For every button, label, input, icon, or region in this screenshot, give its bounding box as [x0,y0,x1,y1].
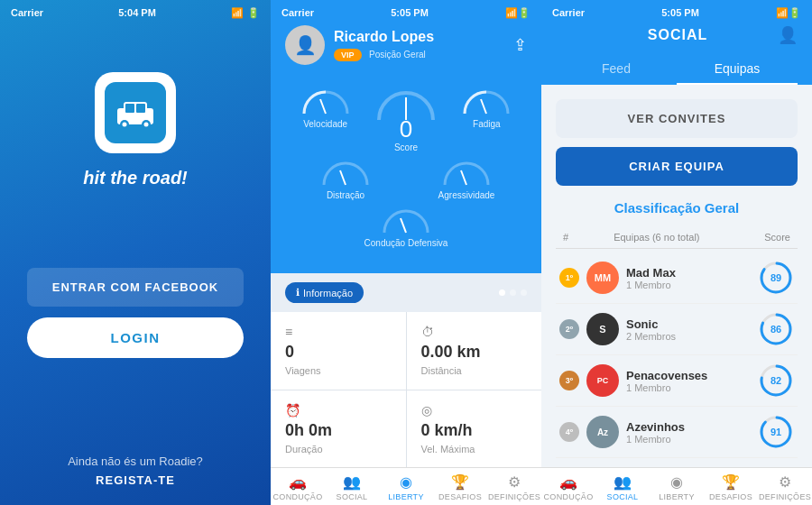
bottom-nav-social: 🚗 CONDUÇÃO 👥 SOCIAL ◉ LIBERTY 🏆 DESAFIOS… [541,467,812,505]
nav-definicoes-social[interactable]: ⚙ DEFINIÇÕES [758,473,812,501]
team-members-3: 1 Membro [626,382,751,393]
criar-equipa-button[interactable]: CRIAR EQUIPA [556,147,798,186]
status-bar-social: Carrier 5:05 PM 📶🔋 [541,7,812,19]
definicoes-nav-label: DEFINIÇÕES [488,492,540,501]
conducao-soc-label: CONDUÇÃO [544,492,594,501]
distracao-dial [320,160,371,188]
distracao-label: Distração [327,190,364,200]
agressividade-label: Agressividade [438,190,495,200]
info-button[interactable]: ℹ Informação [285,282,364,303]
dot-1 [499,289,505,296]
score-panel: 👤 Ricardo Lopes VIP Posição Geral ⇪ [271,0,541,505]
svg-rect-6 [125,104,134,113]
nav-social-active[interactable]: 👥 SOCIAL [595,473,650,501]
mid-gauges-row: Distração Agressividade [285,160,527,200]
table-row: 1º MM Mad Max 1 Membro 89 [556,252,798,304]
fadiga-dial [461,88,512,117]
user-badge: VIP [334,49,362,61]
table-header: # Equipas (6 no total) Score [556,226,798,249]
desafios-soc-label: DESAFIOS [709,492,752,501]
nav-conducao-social[interactable]: 🚗 CONDUÇÃO [541,473,595,501]
social-tabs: Feed Equipas [556,54,798,85]
login-button[interactable]: LOGIN [27,317,244,358]
register-link[interactable]: REGISTA-TE [68,473,203,487]
user-info: 👤 Ricardo Lopes VIP Posição Geral [285,25,434,65]
duracao-icon: ⏰ [285,403,300,418]
social-soc-label: SOCIAL [607,492,639,501]
stat-viagens: ≡ 0 Viagens [271,312,406,390]
desafios-nav-icon: 🏆 [451,473,469,491]
team-avatar-3: PC [586,364,619,397]
definicoes-soc-label: DEFINIÇÕES [759,492,811,501]
stat-duracao: ⏰ 0h 0m Duração [271,390,406,468]
share-icon[interactable]: ⇪ [513,35,527,55]
facebook-login-button[interactable]: ENTRAR COM FACEBOOK [27,268,244,307]
team-members-1: 1 Membro [626,280,751,290]
ver-convites-button[interactable]: VER CONVITES [556,99,798,138]
nav-desafios-social[interactable]: 🏆 DESAFIOS [704,473,758,501]
nav-liberty-social[interactable]: ◉ LIBERTY [650,473,704,501]
page-dots [499,289,527,296]
th-equipas: Equipas (6 no total) [568,232,764,243]
register-area: Ainda não és um Roadie? REGISTA-TE [68,454,203,487]
score-dial [374,88,438,124]
th-score: Score [764,232,790,243]
social-panel: SOCIAL 👤 Feed Equipas VER CONVITES CRIAR… [541,0,812,505]
viagens-icon: ≡ [285,325,292,339]
svg-line-12 [461,170,466,185]
score-value-3: 82 [770,375,781,386]
info-row: ℹ Informação [271,273,541,312]
liberty-soc-label: LIBERTY [659,492,694,501]
viagens-value: 0 [285,343,392,362]
gauges-section: Velocidade 0 Score [271,79,541,273]
team-avatar-1: MM [586,262,619,294]
score-value-1: 89 [770,272,781,283]
score-value-4: 91 [770,427,781,437]
team-info-3: Penacovenses 1 Membro [626,369,751,393]
social-title: SOCIAL [577,27,778,43]
nav-conducao[interactable]: 🚗 CONDUÇÃO [271,473,325,501]
tab-equipas[interactable]: Equipas [677,54,798,85]
distancia-value: 0.00 km [421,343,528,362]
avatar: 👤 [285,25,325,65]
duracao-label: Duração [285,444,392,454]
team-members-4: 1 Membro [626,434,751,445]
tab-feed[interactable]: Feed [556,54,677,85]
logo-area: hit the road! [83,72,188,188]
conducao-dial [381,207,431,236]
logo-inner [105,82,166,143]
status-bar-login: Carrier 5:04 PM 📶 🔋 [0,7,271,19]
score-dial-2: 86 [758,311,794,347]
info-button-label: Informação [303,288,353,298]
rank-badge-3: 3º [559,371,579,390]
person-icon[interactable]: 👤 [778,25,798,45]
status-icons-social: 📶🔋 [776,7,801,19]
time-social: 5:05 PM [661,7,699,19]
score-label: Score [394,142,418,152]
score-value-2: 86 [770,324,781,335]
score-dial-4: 91 [758,414,794,450]
vel-value: 0 km/h [421,421,528,440]
register-prompt: Ainda não és um Roadie? [68,454,203,468]
desafios-soc-icon: 🏆 [722,473,740,491]
status-icons-login: 📶 🔋 [231,7,260,19]
bottom-nav-score: 🚗 CONDUÇÃO 👥 SOCIAL ◉ LIBERTY 🏆 DESAFIOS… [271,467,541,505]
social-nav-icon: 👥 [343,473,361,491]
social-soc-icon: 👥 [614,473,632,491]
liberty-nav-label: LIBERTY [388,492,423,501]
user-position: Posição Geral [369,50,426,60]
conducao-soc-icon: 🚗 [559,473,577,491]
nav-social[interactable]: 👥 SOCIAL [325,473,379,501]
duracao-value: 0h 0m [285,421,392,440]
gauge-velocidade: Velocidade [285,88,365,152]
nav-liberty-active[interactable]: ◉ LIBERTY [379,473,433,501]
bottom-gauge-row: Condução Defensiva [285,207,527,248]
time-score: 5:05 PM [391,7,429,19]
distancia-label: Distância [421,365,528,376]
status-bar-score: Carrier 5:05 PM 📶🔋 [271,7,541,19]
conducao-nav-label: CONDUÇÃO [273,492,323,501]
velocidade-label: Velocidade [303,119,347,129]
nav-definicoes[interactable]: ⚙ DEFINIÇÕES [487,473,541,501]
svg-point-5 [143,123,148,127]
nav-desafios[interactable]: 🏆 DESAFIOS [433,473,487,501]
